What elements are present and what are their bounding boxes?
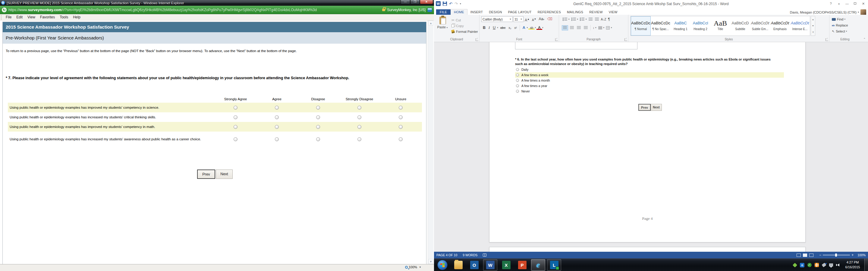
bold-button[interactable]: B: [481, 26, 487, 30]
taskbar-powerpoint-button[interactable]: P: [515, 259, 529, 271]
scroll-down-arrow[interactable]: ▼: [428, 259, 433, 264]
style-title[interactable]: AaBTitle: [710, 16, 730, 36]
radio-button-row2-col2[interactable]: [275, 115, 279, 119]
ie-vertical-scrollbar[interactable]: ▲ ▼: [428, 21, 433, 264]
style-normal[interactable]: AaBbCcDc¶ Normal: [631, 16, 651, 36]
paste-button[interactable]: Paste ▾: [436, 16, 449, 37]
radio-button-row2-col5[interactable]: [399, 115, 403, 119]
tray-vol-icon[interactable]: [836, 263, 841, 268]
word-title-bar[interactable]: W ↶ ↷ ▾ GenIC Req_0920-0975_Att_2_2015 S…: [434, 0, 868, 8]
radio-button-row3-col3[interactable]: [316, 125, 320, 129]
ev-certificate-label[interactable]: SurveyMonkey, Inc [US]: [387, 8, 426, 12]
word-count[interactable]: 9 WORDS: [463, 253, 477, 257]
style-subtle-emphasis[interactable]: AaBbCcDtSubtle Em...: [750, 16, 770, 36]
radio-button-row3-col2[interactable]: [275, 125, 279, 129]
font-size-select[interactable]: 11▼: [513, 16, 524, 22]
ie-menu-help[interactable]: Help: [70, 14, 83, 20]
zoom-in-icon[interactable]: +: [850, 253, 855, 257]
ie-close-button[interactable]: ✕: [420, 0, 433, 4]
style-emphasis[interactable]: AaBbCcDtEmphasis: [770, 16, 790, 36]
ie-title-bar[interactable]: e [SURVEY PREVIEW MODE] 2015 Science Amb…: [0, 0, 434, 6]
ie-menu-tools[interactable]: Tools: [57, 14, 70, 20]
format-painter-button[interactable]: Format Painter: [452, 29, 478, 34]
ie-menu-view[interactable]: View: [25, 14, 38, 20]
grow-font-button[interactable]: A▲: [524, 16, 531, 22]
bullets-icon[interactable]: [563, 18, 567, 21]
ribbon-display-options-icon[interactable]: ⌅: [835, 1, 843, 7]
borders-icon[interactable]: [606, 26, 610, 30]
clear-formatting-icon[interactable]: ⌫: [546, 16, 554, 22]
line-spacing-icon[interactable]: ↕: [593, 26, 594, 30]
radio-button-row2-col1[interactable]: [234, 115, 238, 119]
taskbar-excel-button[interactable]: X: [499, 259, 513, 271]
tab-mailings[interactable]: MAILINGS: [564, 9, 586, 15]
radio-button-row1-col1[interactable]: [234, 106, 238, 110]
radio-button-row4-col5[interactable]: [399, 137, 403, 141]
tab-design[interactable]: DESIGN: [486, 9, 505, 15]
ie-minimize-button[interactable]: —: [401, 0, 410, 4]
font-dialog-launcher-icon[interactable]: [555, 38, 558, 41]
taskbar-outlook-button[interactable]: O: [467, 259, 481, 271]
numbering-icon[interactable]: [571, 18, 576, 21]
scroll-up-arrow[interactable]: ▲: [428, 21, 433, 26]
underline-button[interactable]: U: [491, 26, 497, 30]
next-button[interactable]: Next: [216, 170, 233, 179]
align-center-icon[interactable]: [569, 25, 575, 30]
radio-button-row3-col5[interactable]: [399, 125, 403, 129]
increase-indent-icon[interactable]: [595, 18, 599, 21]
radio-button-row2-col4[interactable]: [358, 115, 361, 119]
help-icon[interactable]: ?: [827, 1, 835, 7]
taskbar-clock[interactable]: 4:27 PM 6/16/2015: [842, 260, 863, 270]
italic-button[interactable]: I: [487, 26, 491, 30]
find-button[interactable]: Find ▾: [832, 16, 861, 22]
taskbar-lync-button[interactable]: L: [547, 259, 561, 271]
word-close-button[interactable]: ✕: [859, 1, 867, 7]
radio-button-row4-col2[interactable]: [275, 137, 279, 141]
web-layout-icon[interactable]: [809, 253, 813, 257]
tab-references[interactable]: REFERENCES: [535, 9, 564, 15]
prev-button[interactable]: Prev: [197, 170, 215, 179]
word-restore-button[interactable]: [851, 1, 859, 7]
radio-button-row2-col3[interactable]: [316, 115, 320, 119]
shrink-font-button[interactable]: A▼: [531, 16, 538, 22]
collapse-ribbon-icon[interactable]: ⌃: [863, 38, 866, 41]
page-indicator[interactable]: PAGE 4 OF 10: [436, 253, 457, 257]
refresh-icon[interactable]: ↻: [2, 7, 7, 12]
ie-restore-button[interactable]: ❐: [410, 0, 420, 4]
clipboard-dialog-launcher-icon[interactable]: [475, 38, 478, 41]
ie-menu-favorites[interactable]: Favorites: [38, 14, 57, 20]
ie-zoom-control[interactable]: 100% ▼: [405, 265, 421, 269]
tray-o-icon[interactable]: o: [800, 263, 805, 268]
paragraph-dialog-launcher-icon[interactable]: [624, 38, 627, 41]
copy-button[interactable]: Copy: [452, 23, 478, 29]
ie-address-bar[interactable]: ↻ https://www.surveymonkey.com/r/?sm=Hyq…: [0, 6, 434, 14]
align-left-icon[interactable]: [562, 25, 568, 30]
show-desktop-button[interactable]: [864, 259, 868, 271]
tab-review[interactable]: REVIEW: [586, 9, 606, 15]
ie-menu-edit[interactable]: Edit: [14, 14, 25, 20]
tab-view[interactable]: VIEW: [606, 9, 621, 15]
tab-insert[interactable]: INSERT: [467, 9, 486, 15]
radio-button-row3-col1[interactable]: [234, 125, 238, 129]
cut-button[interactable]: ✂Cut: [452, 17, 478, 23]
select-button[interactable]: ↖Select ▾: [832, 28, 861, 34]
style-no-spacing[interactable]: AaBbCcDc¶ No Spac...: [651, 16, 671, 36]
word-minimize-button[interactable]: —: [843, 1, 851, 7]
radio-button-row4-col1[interactable]: [234, 137, 238, 141]
styles-dialog-launcher-icon[interactable]: [826, 38, 828, 41]
ie-menu-file[interactable]: File: [3, 14, 14, 20]
avatar[interactable]: [861, 9, 866, 15]
tray-plug-icon[interactable]: [821, 263, 827, 268]
taskbar-ie-button[interactable]: e: [531, 259, 545, 271]
tray-net-icon[interactable]: [829, 263, 834, 268]
tray-diamond-icon[interactable]: [792, 263, 798, 268]
radio-button-row4-col4[interactable]: [358, 137, 361, 141]
tray-check-icon[interactable]: ✓: [807, 263, 812, 268]
print-layout-icon[interactable]: [803, 253, 807, 257]
change-case-button[interactable]: Aa▾: [538, 16, 546, 22]
subscript-button[interactable]: x₂: [507, 26, 513, 30]
text-highlight-button[interactable]: ab: [528, 26, 535, 30]
menu-drag-handle[interactable]: [1, 15, 2, 20]
justify-icon[interactable]: [583, 25, 589, 30]
style-heading-1[interactable]: AaBbCHeading 1: [671, 16, 690, 36]
